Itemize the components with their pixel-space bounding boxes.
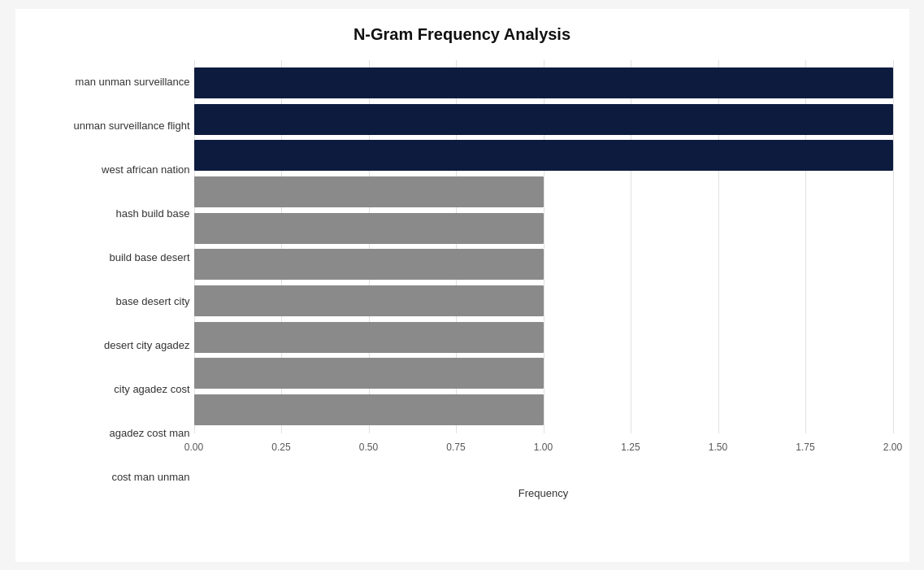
bar-row bbox=[194, 283, 893, 320]
bars-wrapper bbox=[194, 60, 893, 433]
bar bbox=[194, 213, 544, 244]
x-tick: 0.25 bbox=[271, 442, 290, 453]
bar bbox=[194, 67, 893, 98]
grid-and-bars bbox=[194, 60, 893, 433]
bar-row bbox=[194, 319, 893, 355]
bar-row bbox=[194, 355, 893, 392]
bar-row bbox=[194, 137, 893, 174]
x-tick: 1.75 bbox=[796, 442, 814, 453]
x-axis-label: Frequency bbox=[194, 487, 893, 499]
bar bbox=[194, 322, 544, 353]
x-tick: 0.75 bbox=[446, 442, 465, 453]
bars-and-grid: 0.000.250.500.751.001.251.501.752.00 Fre… bbox=[194, 60, 893, 499]
bar bbox=[194, 104, 893, 135]
x-tick: 1.00 bbox=[534, 442, 553, 453]
y-labels: man unman surveillanceunman surveillance… bbox=[32, 60, 194, 499]
bar-row bbox=[194, 210, 893, 246]
bar bbox=[194, 358, 544, 389]
bar bbox=[194, 176, 544, 207]
y-label: base desert city bbox=[32, 280, 190, 324]
chart-title: N-Gram Frequency Analysis bbox=[32, 25, 893, 44]
grid-line bbox=[893, 60, 894, 433]
bar-row bbox=[194, 246, 893, 283]
y-label: cost man unman bbox=[32, 455, 190, 499]
x-tick: 1.25 bbox=[621, 442, 640, 453]
y-label: hash build base bbox=[32, 192, 190, 236]
bar-row bbox=[194, 65, 893, 102]
bar-row bbox=[194, 174, 893, 211]
bar bbox=[194, 285, 544, 316]
x-tick: 0.00 bbox=[184, 442, 203, 453]
y-label: desert city agadez bbox=[32, 324, 190, 368]
y-label: build base desert bbox=[32, 236, 190, 280]
bar bbox=[194, 394, 544, 425]
x-tick: 2.00 bbox=[883, 442, 902, 453]
y-label: man unman surveillance bbox=[32, 60, 190, 104]
chart-container: N-Gram Frequency Analysis man unman surv… bbox=[15, 9, 909, 562]
x-tick: 1.50 bbox=[709, 442, 727, 453]
y-label: city agadez cost bbox=[32, 368, 190, 411]
x-axis: 0.000.250.500.751.001.251.501.752.00 bbox=[194, 440, 893, 472]
chart-area: man unman surveillanceunman surveillance… bbox=[32, 60, 893, 499]
bar-row bbox=[194, 392, 893, 429]
bar bbox=[194, 140, 893, 171]
y-label: west african nation bbox=[32, 148, 190, 192]
y-label: unman surveillance flight bbox=[32, 104, 190, 148]
bar-row bbox=[194, 101, 893, 137]
x-tick: 0.50 bbox=[359, 442, 378, 453]
bar bbox=[194, 249, 544, 280]
y-label: agadez cost man bbox=[32, 411, 190, 455]
